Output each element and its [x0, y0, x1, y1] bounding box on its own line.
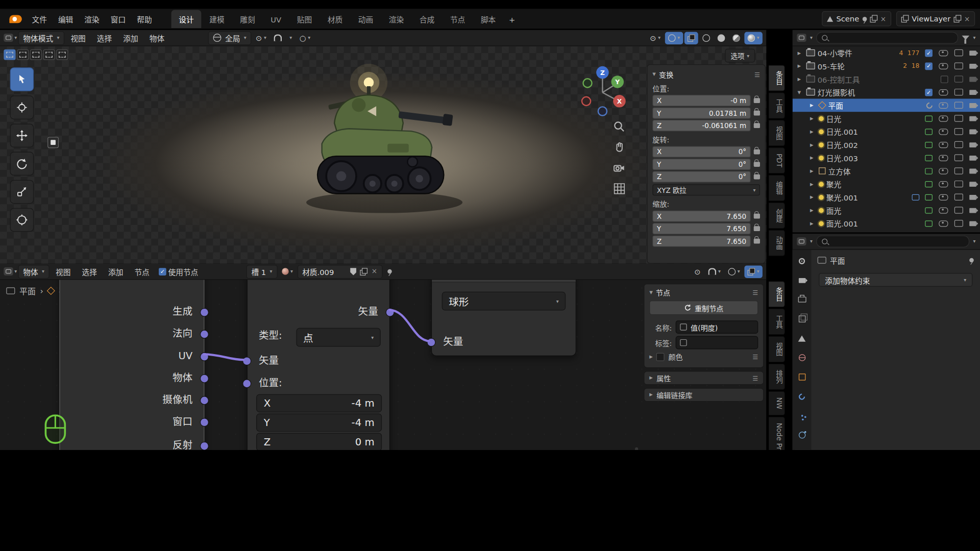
sidebar-tab-create[interactable]: 创建: [769, 203, 785, 229]
disable-viewport-icon[interactable]: [954, 154, 963, 161]
outliner-row-collection[interactable]: ▶ 05-车轮 218 ✓: [793, 59, 980, 72]
lock-icon[interactable]: [754, 214, 760, 219]
zoom-icon[interactable]: [612, 120, 626, 134]
node-tab-node-preview[interactable]: Node Preview: [769, 417, 785, 450]
workspace-tab-nodes[interactable]: 节点: [443, 10, 473, 28]
node-menu-node[interactable]: 节点: [130, 264, 155, 279]
location-z-field[interactable]: Z-0.061061 m: [652, 120, 750, 131]
gradient-type-dropdown[interactable]: 球形▾: [442, 292, 566, 311]
tool-transform[interactable]: [10, 208, 34, 232]
workspace-tab-sculpt[interactable]: 雕刻: [233, 10, 263, 28]
node-snap-button[interactable]: ▾: [705, 265, 724, 278]
scale-y-field[interactable]: Y7.650: [652, 223, 750, 234]
disable-viewport-icon[interactable]: [954, 49, 963, 56]
properties-tab-particles-icon[interactable]: [794, 411, 810, 420]
shading-rendered-button[interactable]: ▾: [744, 32, 763, 44]
shading-wireframe-button[interactable]: [699, 32, 713, 44]
socket-uv[interactable]: [200, 353, 209, 361]
sidebar-tab-item[interactable]: 条目: [769, 65, 785, 91]
hide-eye-icon[interactable]: [939, 220, 948, 227]
sidebar-tab-anim[interactable]: 动画: [769, 230, 785, 256]
panel-menu-icon[interactable]: ☰: [752, 289, 758, 295]
hide-eye-icon[interactable]: [939, 63, 948, 69]
disable-viewport-icon[interactable]: [954, 181, 963, 187]
socket-camera[interactable]: [200, 396, 209, 405]
add-workspace-button[interactable]: +: [504, 12, 520, 28]
grid-ortho-icon[interactable]: [612, 182, 626, 195]
rotation-mode-dropdown[interactable]: XYZ 欧拉▾: [652, 184, 760, 195]
lock-icon[interactable]: [754, 174, 760, 180]
shading-material-button[interactable]: [729, 32, 743, 44]
node-tab-arrange[interactable]: 排列: [769, 364, 785, 390]
properties-tab-viewlayer-icon[interactable]: [794, 314, 810, 323]
socket-normal[interactable]: [200, 330, 209, 339]
sidebar-tab-pdt[interactable]: PDT: [769, 147, 785, 173]
workspace-tab-material[interactable]: 材质: [320, 10, 350, 28]
gizmo-neg-z[interactable]: [598, 107, 607, 115]
navigation-gizmo[interactable]: Z Y X: [575, 64, 630, 119]
disable-render-icon[interactable]: [969, 221, 976, 226]
viewport-menu-object[interactable]: 物体: [144, 31, 169, 45]
socket-vector-out[interactable]: [386, 308, 395, 317]
disable-viewport-icon[interactable]: [954, 167, 963, 174]
disable-render-icon[interactable]: [969, 142, 976, 147]
toggle-xray-button[interactable]: [684, 32, 698, 44]
editor-type-icon[interactable]: [4, 267, 13, 276]
socket-reflection[interactable]: [200, 442, 209, 450]
mapping-location-z[interactable]: Z0 m: [256, 433, 382, 450]
disable-viewport-icon[interactable]: [954, 62, 963, 69]
tool-cursor[interactable]: [10, 95, 34, 119]
socket-generated[interactable]: [200, 308, 209, 317]
pin-icon[interactable]: [969, 258, 974, 263]
shader-type-dropdown[interactable]: 物体▾: [18, 265, 50, 279]
hide-eye-icon[interactable]: [939, 89, 948, 95]
outliner-row-light[interactable]: ▶ 日光.002: [793, 138, 980, 152]
rotation-y-field[interactable]: Y0°: [652, 159, 750, 170]
properties-tab-physics-icon[interactable]: [794, 431, 810, 440]
disable-render-icon[interactable]: [969, 155, 976, 160]
properties-tab-world-icon[interactable]: [794, 353, 810, 362]
outliner-row-collection[interactable]: ▼ 灯光摄影机 ✓: [793, 86, 980, 99]
copy-icon[interactable]: [360, 268, 368, 276]
outliner-editor-icon[interactable]: [797, 34, 806, 42]
disable-viewport-icon[interactable]: [954, 128, 963, 135]
socket-location[interactable]: [242, 379, 251, 388]
viewport-menu-view[interactable]: 视图: [66, 31, 91, 45]
hide-eye-icon[interactable]: [939, 155, 948, 161]
properties-tab-scene-icon[interactable]: [794, 334, 810, 343]
blender-logo-icon[interactable]: [9, 15, 21, 23]
tool-scale[interactable]: [10, 180, 34, 204]
material-name-field[interactable]: 材质.009 ×: [297, 265, 382, 279]
tool-move[interactable]: [10, 123, 34, 147]
library-section-header[interactable]: ▶ 编辑链接库: [644, 388, 764, 402]
disable-viewport-icon[interactable]: [954, 102, 963, 109]
properties-editor-icon[interactable]: [797, 237, 806, 245]
disable-render-icon[interactable]: [969, 103, 976, 108]
workspace-tab-texpaint[interactable]: 贴图: [289, 10, 320, 28]
socket-vector-in[interactable]: [242, 357, 251, 365]
workspace-tab-compositing[interactable]: 合成: [412, 10, 442, 28]
outliner-search-input[interactable]: [816, 32, 958, 43]
outliner-row-object-selected[interactable]: ▶ 平面: [793, 98, 980, 112]
disable-viewport-icon[interactable]: [954, 194, 963, 201]
sidebar-tab-tool[interactable]: 工具: [769, 92, 785, 118]
panel-collapse-icon[interactable]: ▼: [649, 290, 653, 295]
outliner-row-collection[interactable]: ▶ 04-小零件 4177 ✓: [793, 46, 980, 60]
fake-user-icon[interactable]: [350, 268, 356, 276]
lock-icon[interactable]: [754, 162, 760, 167]
select-circle-icon[interactable]: [30, 49, 42, 60]
disable-render-icon[interactable]: [969, 208, 976, 213]
viewport-widget-icon[interactable]: [47, 137, 59, 148]
properties-search-input[interactable]: [816, 236, 969, 247]
disable-viewport-icon[interactable]: [954, 207, 963, 213]
lock-icon[interactable]: [754, 239, 760, 244]
hide-eye-icon[interactable]: [939, 194, 948, 200]
close-icon[interactable]: ×: [964, 15, 970, 23]
filter-icon[interactable]: [962, 36, 969, 40]
menu-help[interactable]: 帮助: [131, 11, 157, 27]
disable-render-icon[interactable]: [969, 63, 976, 68]
exclude-checkbox[interactable]: ✓: [925, 49, 933, 57]
sidebar-tab-edit[interactable]: 编辑: [769, 175, 785, 201]
use-nodes-checkbox[interactable]: ✓ 使用节点: [156, 265, 201, 278]
workspace-tab-uv[interactable]: UV: [263, 12, 289, 28]
